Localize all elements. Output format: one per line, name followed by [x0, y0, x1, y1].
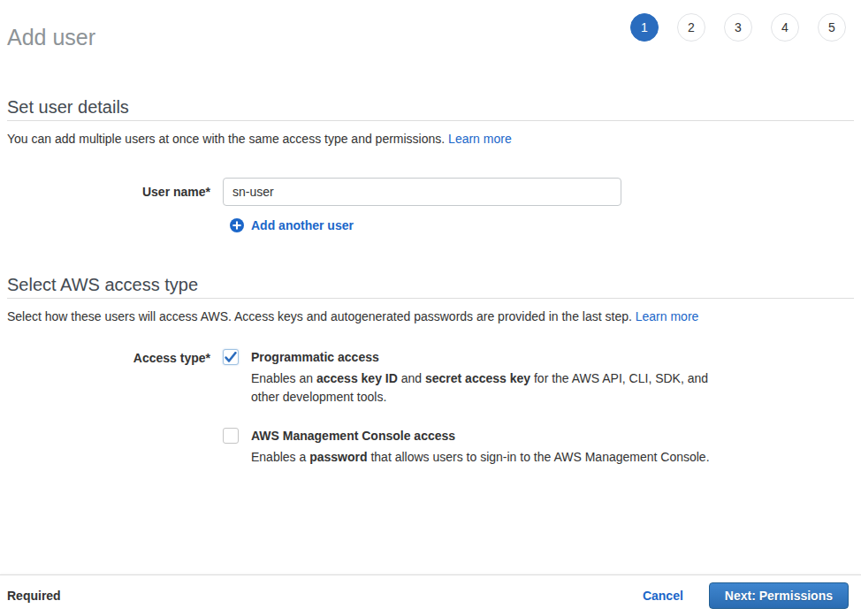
- step-number: 1: [641, 20, 648, 34]
- learn-more-link-access-type[interactable]: Learn more: [636, 309, 699, 323]
- add-another-user-link[interactable]: Add another user: [251, 218, 354, 232]
- access-options: Programmatic access Enables an access ke…: [210, 349, 714, 467]
- step-number: 4: [781, 20, 789, 34]
- step-indicator-1: 1: [630, 13, 659, 42]
- access-type-label: Access type*: [7, 349, 210, 367]
- console-access-title: AWS Management Console access: [251, 428, 710, 445]
- console-access-checkbox[interactable]: [223, 428, 239, 444]
- section-user-details: Set user details You can add multiple us…: [7, 97, 854, 232]
- username-row: User name*: [7, 178, 854, 206]
- option-body: AWS Management Console access Enables a …: [251, 428, 710, 467]
- page-header: Add user 1 2 3 4 5: [0, 0, 861, 65]
- username-field-wrap: [223, 178, 621, 206]
- desc-text: Enables an: [251, 371, 316, 385]
- checkmark-icon: [225, 352, 237, 362]
- section-heading-access-type: Select AWS access type: [7, 275, 854, 299]
- desc-bold: access key ID: [316, 371, 398, 385]
- user-details-intro: You can add multiple users at once with …: [7, 131, 854, 148]
- wizard-steps: 1 2 3 4 5: [630, 13, 846, 42]
- plus-circle-icon: [230, 218, 244, 232]
- learn-more-link-user-details[interactable]: Learn more: [448, 132, 512, 146]
- desc-bold: password: [309, 450, 367, 464]
- option-programmatic-access: Programmatic access Enables an access ke…: [223, 349, 714, 407]
- access-type-intro: Select how these users will access AWS. …: [7, 308, 854, 325]
- step-number: 3: [735, 20, 742, 34]
- section-access-type: Select AWS access type Select how these …: [7, 275, 854, 467]
- step-indicator-2: 2: [677, 13, 705, 42]
- desc-text: and: [398, 371, 425, 385]
- desc-bold: secret access key: [425, 371, 530, 385]
- access-type-row: Access type* Programmatic access Enables…: [7, 349, 854, 467]
- desc-text: Enables a: [251, 450, 309, 464]
- programmatic-access-checkbox[interactable]: [223, 349, 239, 365]
- programmatic-access-description: Enables an access key ID and secret acce…: [251, 369, 714, 407]
- page-title: Add user: [7, 24, 95, 50]
- option-console-access: AWS Management Console access Enables a …: [223, 428, 714, 467]
- cancel-button[interactable]: Cancel: [643, 589, 683, 603]
- username-input[interactable]: [223, 178, 621, 206]
- desc-text: that allows users to sign-in to the AWS …: [368, 450, 710, 464]
- wizard-footer: Required Cancel Next: Permissions: [0, 574, 861, 616]
- next-permissions-button[interactable]: Next: Permissions: [709, 582, 849, 609]
- step-indicator-4: 4: [771, 13, 799, 42]
- step-number: 5: [828, 20, 835, 34]
- intro-text: You can add multiple users at once with …: [7, 132, 445, 146]
- step-number: 2: [688, 20, 695, 34]
- intro-text: Select how these users will access AWS. …: [7, 309, 632, 323]
- programmatic-access-title: Programmatic access: [251, 349, 714, 366]
- step-indicator-5: 5: [818, 13, 846, 42]
- step-indicator-3: 3: [724, 13, 752, 42]
- required-note: Required: [7, 589, 61, 603]
- console-access-description: Enables a password that allows users to …: [251, 448, 710, 467]
- username-label: User name*: [7, 178, 210, 206]
- add-another-user-row: Add another user: [230, 218, 854, 232]
- section-heading-user-details: Set user details: [7, 97, 854, 121]
- option-body: Programmatic access Enables an access ke…: [251, 349, 714, 407]
